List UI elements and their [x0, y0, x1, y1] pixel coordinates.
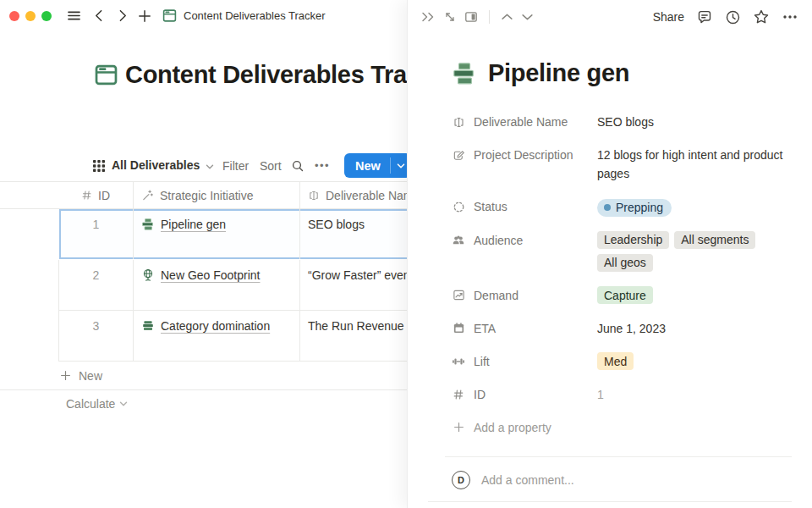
new-row-label: New	[79, 369, 102, 383]
filter-button[interactable]: Filter	[222, 159, 249, 173]
toolbar-divider	[489, 10, 490, 24]
cell-strategic-initiative[interactable]: Category domination	[134, 311, 300, 361]
property-label: Status	[474, 197, 508, 216]
add-comment-input[interactable]: Add a comment...	[481, 473, 574, 487]
sort-button[interactable]: Sort	[260, 159, 282, 173]
text-icon	[452, 115, 465, 129]
audience-tag[interactable]: All segments	[674, 231, 755, 249]
globe-icon	[141, 268, 155, 282]
books-icon	[141, 319, 155, 333]
page-link[interactable]: New Geo Footprint	[161, 268, 261, 282]
panel-page-heading: Pipeline gen	[452, 59, 792, 87]
text-icon	[308, 190, 320, 202]
property-value[interactable]: June 1, 2023	[597, 319, 792, 338]
property-row-project-description[interactable]: Project Description 12 blogs for high in…	[452, 141, 792, 188]
status-dot-icon	[604, 204, 611, 211]
star-icon[interactable]	[753, 8, 770, 25]
search-icon[interactable]	[291, 159, 304, 173]
comment-row[interactable]: D Add a comment...	[428, 467, 792, 502]
chart-icon	[452, 289, 465, 302]
calendar-icon	[452, 322, 465, 335]
property-list: Deliverable Name SEO blogs Project Descr…	[452, 108, 792, 442]
page-link[interactable]: Category domination	[161, 319, 270, 333]
property-label: Project Description	[474, 146, 573, 164]
column-label: Deliverable Name	[326, 189, 420, 202]
plus-icon	[452, 421, 465, 434]
cell-strategic-initiative[interactable]: New Geo Footprint	[134, 260, 300, 310]
bar-chart-icon	[141, 218, 155, 231]
cell-id[interactable]: 1	[59, 209, 134, 259]
back-icon[interactable]	[92, 8, 107, 23]
zoom-window-button[interactable]	[41, 11, 52, 21]
calculate-button[interactable]: Calculate	[0, 390, 128, 417]
cell-id[interactable]: 3	[59, 311, 134, 361]
close-window-button[interactable]	[9, 11, 19, 21]
property-row-demand[interactable]: Demand Capture	[452, 281, 792, 310]
panel-toolbar: Share	[408, 0, 812, 34]
panel-divider	[445, 456, 792, 457]
property-row-deliverable-name[interactable]: Deliverable Name SEO blogs	[452, 108, 792, 136]
more-options-icon[interactable]: •••	[315, 159, 330, 172]
column-label: Strategic Initiative	[160, 189, 254, 202]
share-button[interactable]: Share	[653, 10, 684, 24]
hash-icon	[452, 388, 465, 401]
edit-icon	[452, 148, 465, 162]
side-peek-icon[interactable]	[464, 10, 478, 24]
page-heading: Content Deliverables Tracker	[95, 61, 456, 89]
property-row-audience[interactable]: Audience Leadership All segments All geo…	[452, 226, 792, 277]
chevron-down-icon[interactable]	[521, 13, 534, 21]
menu-icon[interactable]	[66, 8, 82, 24]
avatar: D	[452, 471, 470, 489]
updates-clock-icon[interactable]	[725, 9, 741, 25]
property-value[interactable]: 12 blogs for high intent and product pag…	[597, 146, 792, 183]
new-button-label[interactable]: New	[344, 153, 390, 178]
chevron-up-icon[interactable]	[501, 13, 513, 21]
property-row-eta[interactable]: ETA June 1, 2023	[452, 314, 792, 343]
cell-strategic-initiative[interactable]: Pipeline gen	[134, 209, 300, 259]
property-value: 1	[597, 385, 792, 404]
audience-tag[interactable]: Leadership	[597, 231, 669, 249]
panel-toolbar-left	[420, 10, 534, 24]
more-options-icon[interactable]	[782, 8, 798, 25]
side-peek-panel: Share Pipeline gen	[407, 0, 812, 508]
traffic-lights	[9, 11, 52, 21]
audience-tag[interactable]: All geos	[597, 254, 653, 272]
status-pill[interactable]: Prepping	[597, 199, 672, 217]
property-label: Demand	[474, 286, 518, 305]
window-title: Content Deliverables Tracker	[184, 9, 326, 22]
view-tab-all-deliverables[interactable]: All Deliverables	[112, 158, 200, 172]
property-row-status[interactable]: Status Prepping	[452, 192, 792, 222]
column-header-strategic-initiative[interactable]: Strategic Initiative	[134, 182, 300, 208]
database-page-icon	[162, 8, 177, 23]
hash-icon	[81, 190, 92, 201]
new-button[interactable]: New	[344, 153, 411, 178]
table-view-grid-icon	[93, 160, 105, 172]
chevron-down-icon[interactable]	[206, 163, 214, 170]
minimize-window-button[interactable]	[25, 11, 36, 21]
property-label: Audience	[474, 231, 523, 250]
page-link[interactable]: Pipeline gen	[161, 218, 226, 231]
lift-tag[interactable]: Med	[597, 352, 634, 370]
property-row-id[interactable]: ID 1	[452, 380, 792, 409]
expand-icon[interactable]	[443, 10, 457, 24]
status-pill-label: Prepping	[616, 198, 663, 217]
plus-icon	[59, 369, 72, 382]
add-property-label: Add a property	[474, 418, 551, 437]
property-row-lift[interactable]: Lift Med	[452, 347, 792, 376]
cell-id[interactable]: 2	[59, 260, 134, 310]
page-database-icon[interactable]	[95, 64, 118, 86]
forward-icon[interactable]	[115, 8, 129, 23]
panel-toolbar-right: Share	[653, 8, 798, 25]
bar-chart-icon[interactable]	[452, 61, 477, 86]
column-header-id[interactable]: ID	[58, 182, 134, 208]
column-label: ID	[98, 189, 110, 202]
property-value[interactable]: SEO blogs	[597, 113, 792, 131]
status-icon	[452, 200, 465, 213]
add-property-button[interactable]: Add a property	[452, 413, 792, 442]
double-chevron-right-icon[interactable]	[420, 10, 436, 24]
comment-icon[interactable]	[696, 8, 713, 25]
demand-tag[interactable]: Capture	[597, 286, 653, 304]
new-tab-icon[interactable]	[137, 8, 152, 24]
panel-page-title[interactable]: Pipeline gen	[488, 59, 629, 87]
dumbbell-icon	[452, 355, 465, 368]
